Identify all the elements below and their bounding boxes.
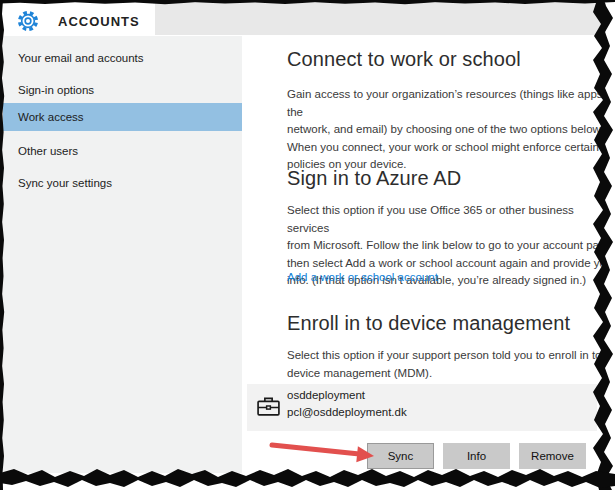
sync-button[interactable]: Sync <box>367 443 434 469</box>
briefcase-icon <box>256 395 281 418</box>
sidebar-item-other-users[interactable]: Other users <box>3 137 242 164</box>
section-heading-connect: Connect to work or school <box>287 48 521 71</box>
info-button[interactable]: Info <box>443 443 510 469</box>
gear-icon <box>17 10 39 32</box>
sidebar-item-label: Other users <box>18 145 78 157</box>
sidebar-item-sync-settings[interactable]: Sync your settings <box>3 169 242 196</box>
sidebar-item-label: Sign-in options <box>18 84 94 96</box>
add-account-link[interactable]: Add a work or school account <box>287 271 438 283</box>
account-email: pcl@osddeployment.dk <box>287 406 407 418</box>
remove-button-label: Remove <box>531 450 574 462</box>
sidebar-item-email-accounts[interactable]: Your email and accounts <box>3 44 242 71</box>
sync-button-label: Sync <box>388 450 414 462</box>
header-gray-band <box>155 3 607 35</box>
sidebar-item-label: Your email and accounts <box>18 52 144 64</box>
page-title: ACCOUNTS <box>58 14 140 29</box>
section-heading-azure-ad: Sign in to Azure AD <box>287 167 461 190</box>
account-name: osddeployment <box>287 389 365 401</box>
sidebar-item-work-access[interactable]: Work access <box>3 103 242 131</box>
mdm-description: Select this option if your support perso… <box>287 347 615 382</box>
connect-description: Gain access to your organization’s resou… <box>287 86 615 174</box>
section-heading-mdm: Enroll in to device management <box>287 312 570 335</box>
sidebar-item-label: Work access <box>18 111 84 123</box>
info-button-label: Info <box>467 450 486 462</box>
remove-button[interactable]: Remove <box>519 443 586 469</box>
sidebar-item-sign-in-options[interactable]: Sign-in options <box>3 76 242 103</box>
sidebar-item-label: Sync your settings <box>18 177 112 189</box>
